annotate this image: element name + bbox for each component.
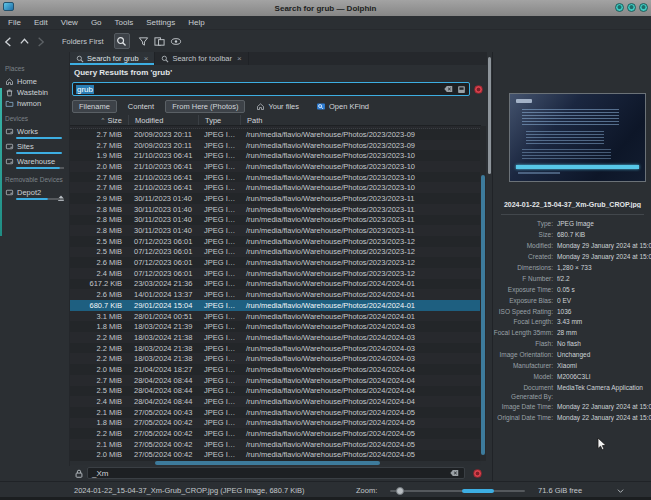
filter-button-from-here-photos[interactable]: From Here (Photos) (165, 100, 245, 113)
table-row[interactable]: 1.9 MiB21/10/2023 06:41JPEG Im…/run/medi… (70, 150, 480, 161)
clear-filter-icon[interactable] (449, 468, 460, 478)
filter-toggle-button[interactable] (136, 33, 152, 49)
menu-help[interactable]: Help (188, 18, 204, 27)
table-row[interactable]: 1.8 MiB18/03/2024 21:39JPEG Im…/run/medi… (70, 321, 480, 332)
filter-button-open-kfind[interactable]: Open KFind (310, 100, 375, 113)
sidebar-item-sites[interactable]: Sites (0, 140, 69, 154)
titlebar[interactable]: Search for grub — Dolphin (0, 0, 651, 16)
table-row[interactable]: 2.5 MiB28/04/2024 08:44JPEG Im…/run/medi… (70, 386, 480, 397)
sidebar-item-warehouse[interactable]: Warehouse (0, 155, 69, 169)
table-row[interactable]: 2.8 MiB30/11/2023 01:40JPEG Im…/run/medi… (70, 204, 480, 215)
table-row[interactable]: 2.7 MiB20/09/2023 20:11JPEG Im…/run/medi… (70, 129, 480, 140)
search-toggle-button[interactable] (114, 33, 130, 49)
cell-path: /run/media/flavio/Warehouse/Photos/2024/… (240, 450, 480, 459)
table-row[interactable]: 2.2 MiB18/03/2024 21:38JPEG Im…/run/medi… (70, 353, 480, 364)
metadata-row: Model:M2006C3LI (493, 373, 651, 381)
chevron-down-icon[interactable] (616, 487, 625, 495)
table-row[interactable]: 2.8 MiB30/11/2023 01:40JPEG Im…/run/medi… (70, 225, 480, 236)
menu-file[interactable]: File (8, 18, 21, 27)
maximize-button[interactable] (627, 3, 636, 12)
forward-button[interactable] (32, 33, 48, 49)
tab-close-icon[interactable]: × (144, 54, 149, 63)
filename-filter-input[interactable]: _Xm (87, 467, 465, 479)
vertical-scrollbar-thumb[interactable] (481, 175, 485, 455)
sidebar-item-depot2[interactable]: Depot2 (0, 186, 69, 200)
table-row[interactable]: 2.7 MiB21/10/2023 06:41JPEG Im…/run/medi… (70, 182, 480, 193)
horizontal-scrollbar-thumb[interactable] (155, 461, 380, 465)
sidebar-item-wastebin[interactable]: Wastebin (0, 86, 69, 97)
sidebar-item-home[interactable]: Home (0, 75, 69, 86)
table-row[interactable]: 2.4 MiB07/12/2023 06:01JPEG Im…/run/medi… (70, 268, 480, 279)
column-header-path[interactable]: Path (240, 115, 481, 125)
split-view-button[interactable] (152, 33, 168, 49)
free-space-label[interactable]: 71.6 GiB free (538, 486, 582, 495)
table-row[interactable]: 2.2 MiB18/03/2024 21:38JPEG Im…/run/medi… (70, 332, 480, 343)
menu-view[interactable]: View (61, 18, 78, 27)
preview-toggle-button[interactable] (168, 33, 184, 49)
cell-size: 2.0 MiB (70, 162, 128, 171)
table-row[interactable]: 2.7 MiB21/10/2023 06:41JPEG Im…/run/medi… (70, 172, 480, 183)
horizontal-scrollbar[interactable] (70, 461, 481, 465)
search-input[interactable]: grub (72, 82, 470, 96)
cell-size: 2.2 MiB (70, 354, 128, 363)
eject-icon[interactable] (57, 188, 65, 206)
menu-go[interactable]: Go (91, 18, 102, 27)
tab-search-for-toolbar[interactable]: Search for toolbar× (155, 52, 248, 65)
close-filter-bar-button[interactable] (473, 469, 482, 478)
menu-settings[interactable]: Settings (146, 18, 175, 27)
filter-button-content[interactable]: Content (122, 100, 160, 113)
table-row[interactable]: 2.9 MiB30/11/2023 01:40JPEG Im…/run/medi… (70, 193, 480, 204)
metadata-row: Type:JPEG Image (493, 220, 651, 228)
menu-edit[interactable]: Edit (34, 18, 48, 27)
lock-icon[interactable] (74, 468, 84, 479)
tab-close-icon[interactable]: × (237, 54, 242, 63)
table-row[interactable]: 2.2 MiB27/05/2024 00:42JPEG Im…/run/medi… (70, 428, 480, 439)
cell-size: 2.5 MiB (70, 237, 128, 246)
table-row[interactable]: 2.7 MiB28/04/2024 08:44JPEG Im…/run/medi… (70, 375, 480, 386)
cell-type: JPEG Im… (198, 258, 240, 267)
table-row[interactable]: 2.1 MiB27/05/2024 00:43JPEG Im…/run/medi… (70, 407, 480, 418)
table-row[interactable]: 2.5 MiB07/12/2023 06:01JPEG Im…/run/medi… (70, 247, 480, 258)
close-search-button[interactable] (474, 85, 483, 94)
back-button[interactable] (0, 33, 16, 49)
up-button[interactable] (16, 33, 32, 49)
table-row[interactable]: 2.0 MiB21/10/2023 06:41JPEG Im…/run/medi… (70, 161, 480, 172)
sidebar-item-hwmon[interactable]: hwmon (0, 97, 69, 108)
table-row[interactable]: 2.1 MiB27/05/2024 00:42JPEG Im…/run/medi… (70, 439, 480, 450)
table-row[interactable]: 2.7 MiB20/09/2023 20:11JPEG Im…/run/medi… (70, 140, 480, 151)
table-row[interactable]: 2.6 MiB14/01/2024 13:37JPEG Im…/run/medi… (70, 289, 480, 300)
table-row[interactable]: 2.2 MiB18/03/2024 21:38JPEG Im…/run/medi… (70, 343, 480, 354)
close-button[interactable] (639, 3, 648, 12)
table-row[interactable]: 2.6 MiB07/12/2023 06:01JPEG Im…/run/medi… (70, 257, 480, 268)
tab-search-for-grub[interactable]: Search for grub× (70, 52, 155, 65)
dolphin-window: Search for grub — Dolphin FileEditViewGo… (0, 0, 651, 500)
column-header-modified[interactable]: Modified (128, 115, 198, 125)
sort-mode-label[interactable]: Folders First (62, 37, 104, 46)
clear-input-icon[interactable] (443, 84, 454, 94)
zoom-slider[interactable] (390, 490, 525, 492)
filter-button-filename[interactable]: Filename (72, 100, 117, 113)
menu-tools[interactable]: Tools (115, 18, 134, 27)
minimize-button[interactable] (615, 3, 624, 12)
table-row[interactable]: 2.0 MiB21/04/2024 18:27JPEG Im…/run/medi… (70, 364, 480, 375)
table-row[interactable]: 1.8 MiB27/05/2024 00:42JPEG Im…/run/medi… (70, 418, 480, 429)
sidebar-item-works[interactable]: Works (0, 125, 69, 139)
metadata-label: F Number: (493, 275, 557, 283)
table-row[interactable]: 2.5 MiB07/12/2023 06:01JPEG Im…/run/medi… (70, 236, 480, 247)
table-row[interactable]: 2.4 MiB28/04/2024 08:44JPEG Im…/run/medi… (70, 396, 480, 407)
vertical-scrollbar[interactable] (480, 126, 486, 461)
table-row[interactable]: 617.2 KiB23/03/2024 21:36JPEG Im…/run/me… (70, 279, 480, 290)
table-row[interactable]: 680.7 KiB29/01/2024 15:04JPEG Im…/run/me… (70, 300, 480, 311)
folder-icon (5, 99, 14, 108)
filter-button-your-files[interactable]: Your files (250, 100, 305, 113)
table-row[interactable]: 2.0 MiB27/05/2024 00:42JPEG Im…/run/medi… (70, 450, 480, 461)
zoom-slider-knob[interactable] (396, 487, 404, 495)
metadata-row: Document Generated By:MediaTek Camera Ap… (493, 384, 651, 401)
column-header-type[interactable]: Type (198, 115, 240, 125)
table-row[interactable]: 2.8 MiB30/11/2023 01:40JPEG Im…/run/medi… (70, 215, 480, 226)
table-row[interactable]: 3.1 MiB28/01/2024 00:51JPEG Im…/run/medi… (70, 311, 480, 322)
info-panel-scrollbar[interactable] (488, 57, 491, 174)
cell-modified: 21/10/2023 06:41 (128, 183, 198, 192)
save-search-icon[interactable] (457, 85, 466, 94)
column-header-size[interactable]: ^Size (70, 115, 128, 125)
